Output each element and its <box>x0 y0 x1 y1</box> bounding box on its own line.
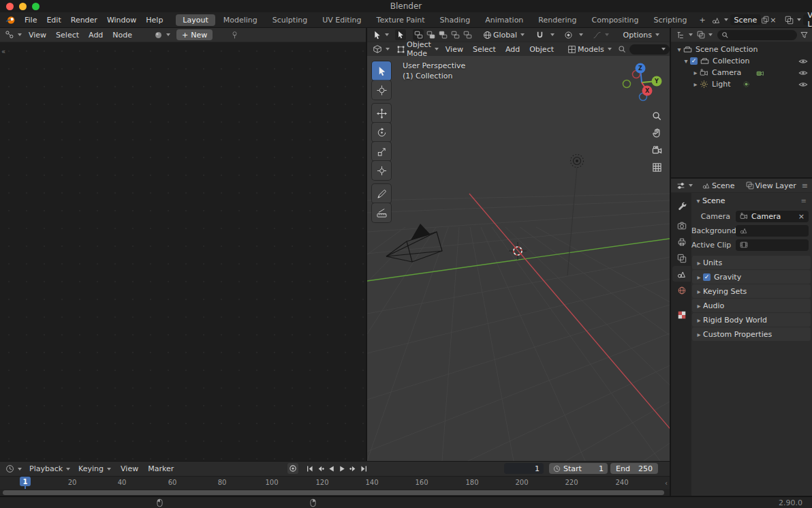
tool-transform-button[interactable] <box>372 161 391 180</box>
filter-funnel-icon[interactable] <box>800 31 809 40</box>
outliner-row-camera[interactable]: ▸ Camera <box>671 67 812 78</box>
active-clip-field[interactable] <box>736 239 809 251</box>
menu-edit[interactable]: Edit <box>42 16 65 25</box>
playback-menu[interactable]: Playback <box>27 464 72 473</box>
menu-render[interactable]: Render <box>66 16 102 25</box>
disclosure-right-icon[interactable]: ▸ <box>691 80 700 88</box>
tool-options-dropdown[interactable]: Options <box>621 31 661 40</box>
tab-shading[interactable]: Shading <box>433 14 478 26</box>
outliner-editor-type-dropdown[interactable] <box>674 31 695 40</box>
timeline-editor-type-dropdown[interactable] <box>3 464 24 473</box>
disclosure-down-icon[interactable]: ▾ <box>694 197 702 205</box>
menu-window[interactable]: Window <box>102 16 141 25</box>
perspective-toggle-button[interactable] <box>649 160 664 175</box>
timeline-ruler[interactable]: 20 40 60 80 100 120 140 160 180 200 220 … <box>0 476 670 489</box>
tab-scripting[interactable]: Scripting <box>646 14 693 26</box>
timeline-menu-marker[interactable]: Marker <box>143 464 178 473</box>
viewport-menu-object[interactable]: Object <box>525 45 559 54</box>
camera-field[interactable]: Camera × <box>736 211 809 222</box>
visibility-eye-icon[interactable] <box>798 68 808 78</box>
pin-icon[interactable] <box>230 31 239 40</box>
play-reverse-button[interactable] <box>326 463 337 474</box>
background-scene-field[interactable] <box>736 225 809 237</box>
tab-modeling[interactable]: Modeling <box>217 14 264 26</box>
visibility-eye-icon[interactable] <box>798 57 808 66</box>
gizmo-negative-y-ball[interactable] <box>623 80 631 88</box>
auto-keying-record-button[interactable] <box>287 463 298 474</box>
tool-rotate-button[interactable] <box>372 123 391 142</box>
frame-start-field[interactable]: Start 1 <box>549 463 608 474</box>
tool-move-button[interactable] <box>372 104 391 123</box>
asset-category-dropdown[interactable]: Models <box>565 45 614 54</box>
tab-world-properties[interactable] <box>672 282 691 298</box>
panel-audio[interactable]: ▸ Audio <box>692 299 811 312</box>
snap-settings-dropdown[interactable] <box>546 33 557 36</box>
menu-help[interactable]: Help <box>141 16 168 25</box>
blender-logo-icon[interactable] <box>5 16 16 25</box>
tool-select-box-button[interactable] <box>372 61 391 80</box>
outliner-search-field[interactable] <box>717 30 797 40</box>
tab-view-layer-properties[interactable] <box>672 250 691 266</box>
outliner-item-label[interactable]: Light <box>712 80 730 89</box>
tab-render-properties[interactable] <box>672 218 691 233</box>
active-tool-dropdown[interactable] <box>371 31 391 40</box>
timeline-scrollbar[interactable] <box>0 489 670 496</box>
select-mode-intersect-icon[interactable] <box>462 29 473 40</box>
keying-menu[interactable]: Keying <box>76 464 113 473</box>
prev-keyframe-button[interactable] <box>315 463 326 474</box>
proportional-editing-dropdown[interactable] <box>575 33 585 36</box>
node-menu-select[interactable]: Select <box>51 31 84 40</box>
gravity-checkbox[interactable]: ✓ <box>703 273 710 281</box>
camera-view-button[interactable] <box>649 143 664 158</box>
outliner-item-label[interactable]: Camera <box>712 68 741 77</box>
navigation-gizmo[interactable]: Z Y X <box>613 57 670 115</box>
tab-tool-properties[interactable] <box>672 198 691 213</box>
tab-sculpting[interactable]: Sculpting <box>266 14 314 26</box>
outliner-row-light[interactable]: ▸ Light <box>671 78 812 90</box>
proportional-editing-toggle[interactable] <box>562 31 575 40</box>
scene-unlink-button[interactable]: × <box>770 14 776 25</box>
panel-rigid-body-world[interactable]: ▸ Rigid Body World <box>692 313 811 327</box>
breadcrumb-view-layer[interactable]: View Layer <box>744 181 798 190</box>
node-menu-node[interactable]: Node <box>108 31 137 40</box>
node-menu-view[interactable]: View <box>24 31 51 40</box>
new-node-tree-button[interactable]: + New <box>176 29 213 40</box>
outliner-item-label[interactable]: Collection <box>713 57 749 65</box>
jump-to-end-button[interactable] <box>358 463 369 474</box>
playhead[interactable]: 1 <box>20 477 31 486</box>
snap-toggle[interactable] <box>533 31 546 40</box>
scene-browse-dropdown[interactable] <box>710 16 730 25</box>
jump-to-start-button[interactable] <box>304 463 315 474</box>
tab-uv-editing[interactable]: UV Editing <box>315 14 368 26</box>
outliner-display-mode-dropdown[interactable] <box>695 31 715 39</box>
collection-checkbox[interactable]: ✓ <box>690 57 698 65</box>
tool-measure-button[interactable] <box>372 203 391 222</box>
tab-compositing[interactable]: Compositing <box>585 14 646 26</box>
panel-drag-handle[interactable]: ≡ <box>801 197 807 205</box>
select-mode-extend-icon[interactable] <box>425 29 436 40</box>
outliner-row-scene-collection[interactable]: ▾ Scene Collection <box>671 44 812 55</box>
current-frame-field[interactable]: 1 <box>504 463 544 474</box>
select-mode-set-icon[interactable] <box>413 29 424 40</box>
header-menu-handle[interactable]: ≡ <box>802 181 808 190</box>
asset-search-field[interactable] <box>629 44 670 55</box>
tab-output-properties[interactable] <box>672 234 691 250</box>
add-workspace-button[interactable]: + <box>695 14 709 26</box>
disclosure-down-icon[interactable]: ▾ <box>682 57 690 65</box>
clear-x-icon[interactable]: × <box>798 212 805 221</box>
next-keyframe-button[interactable] <box>347 463 358 474</box>
timeline-menu-view[interactable]: View <box>116 464 143 473</box>
view-layer-browse-dropdown[interactable] <box>783 16 803 25</box>
region-collapse-icon[interactable]: ‹ <box>665 479 668 487</box>
light-data-icon[interactable] <box>743 80 750 88</box>
tab-animation[interactable]: Animation <box>478 14 530 26</box>
panel-custom-properties[interactable]: ▸ Custom Properties <box>692 327 811 341</box>
tab-texture-properties[interactable] <box>672 307 691 323</box>
node-editor-canvas[interactable]: « <box>0 42 366 461</box>
menu-file[interactable]: File <box>20 16 42 25</box>
frame-end-field[interactable]: End 250 <box>610 463 658 474</box>
panel-units[interactable]: ▸ Units <box>692 256 811 269</box>
disclosure-down-icon[interactable]: ▾ <box>675 46 683 53</box>
region-collapse-icon[interactable]: « <box>1 48 5 55</box>
viewport-menu-select[interactable]: Select <box>468 45 501 54</box>
